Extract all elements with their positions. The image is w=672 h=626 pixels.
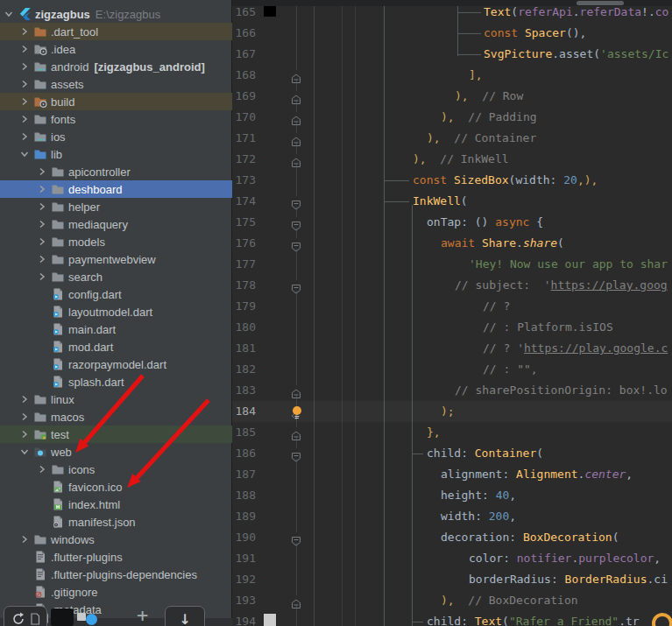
code-line-176[interactable]: 176await Share.share( [232, 233, 672, 254]
chevron-down-icon[interactable] [18, 147, 32, 161]
code-line-193[interactable]: 193), // BoxDecoration [232, 590, 672, 611]
horizontal-scrollbar-thumb[interactable] [577, 1, 624, 5]
code-line-179[interactable]: 179// ? [232, 296, 672, 317]
code-token: ), [441, 110, 455, 123]
code-line-170[interactable]: 170), // Padding [232, 107, 672, 128]
tree-item-models[interactable]: models [0, 233, 232, 250]
chevron-right-icon[interactable] [18, 130, 32, 144]
chevron-right-icon[interactable] [35, 252, 49, 266]
refresh-button[interactable] [4, 606, 47, 626]
chevron-right-icon[interactable] [35, 235, 49, 249]
chevron-right-icon[interactable] [18, 25, 32, 39]
chevron-right-icon[interactable] [18, 77, 32, 91]
orange-ring-icon[interactable] [652, 613, 672, 626]
tree-item-manifest-json[interactable]: manifest.json [0, 513, 232, 531]
tree-item-fonts[interactable]: fonts [0, 110, 232, 128]
tree-item-search[interactable]: search [0, 268, 232, 285]
code-line-166[interactable]: 166const Spacer(), [232, 23, 672, 44]
code-line-167[interactable]: 167SvgPicture.asset('assets/Ic [232, 44, 672, 65]
chevron-down-icon[interactable] [2, 7, 16, 21]
tree-item-zigzagbus[interactable]: zigzagbusE:\zigzagbus [0, 5, 232, 23]
chevron-right-icon[interactable] [35, 270, 49, 284]
tree-item-android[interactable]: android[zigzagbus_android] [0, 58, 232, 75]
tree-item-main-dart[interactable]: main.dart [0, 320, 232, 338]
plus-icon[interactable]: + [137, 604, 148, 626]
tree-item-index-html[interactable]: Hindex.html [0, 496, 232, 513]
tree-item-ios[interactable]: ios [0, 128, 232, 145]
blue-dot-icon[interactable] [86, 614, 97, 625]
tree-item-mediaquery[interactable]: mediaquery [0, 215, 232, 233]
code-line-177[interactable]: 177'Hey! Now use our app to shar [232, 254, 672, 275]
tree-item-label: linux [51, 393, 74, 406]
chevron-right-icon[interactable] [35, 217, 49, 231]
code-line-174[interactable]: 174InkWell( [232, 191, 672, 212]
tree-item-apicontroller[interactable]: apicontroller [0, 163, 232, 180]
code-line-191[interactable]: 191color: notifier.purplecolor, [232, 548, 672, 569]
tree-item-favicon-ico[interactable]: favicon.ico [0, 478, 232, 496]
code-token: SvgPicture [484, 47, 552, 60]
chevron-right-icon[interactable] [18, 95, 32, 109]
chevron-right-icon[interactable] [18, 532, 32, 546]
code-line-171[interactable]: 171), // Container [232, 128, 672, 149]
tree-item--gitignore[interactable]: .gitignore [0, 583, 232, 601]
code-line-187[interactable]: 187alignment: Alignment.center, [232, 464, 672, 485]
code-line-188[interactable]: 188height: 40, [232, 485, 672, 506]
tree-item-layoutmodel-dart[interactable]: layoutmodel.dart [0, 303, 232, 320]
tree-item-label: deshboard [68, 183, 122, 196]
code-line-185[interactable]: 185}, [232, 422, 672, 443]
tree-item-icons[interactable]: icons [0, 461, 232, 478]
tree-item-build[interactable]: build [0, 93, 232, 110]
chevron-right-icon[interactable] [35, 165, 49, 179]
code-line-184[interactable]: 184); [232, 401, 672, 422]
chevron-right-icon[interactable] [35, 462, 49, 476]
tree-item--dart-tool[interactable]: .dart_tool [0, 23, 232, 40]
code-line-190[interactable]: 190decoration: BoxDecoration( [232, 527, 672, 548]
code-line-183[interactable]: 183// sharePositionOrigin: box!.lo [232, 380, 672, 401]
tree-item-config-dart[interactable]: config.dart [0, 285, 232, 303]
code-line-169[interactable]: 169), // Row [232, 86, 672, 107]
chevron-right-icon[interactable] [18, 42, 32, 56]
code-line-181[interactable]: 181// ? 'https://play.google.c [232, 338, 672, 359]
code-line-180[interactable]: 180// : Platform.isIOS [232, 317, 672, 338]
tree-item-razorpaymodel-dart[interactable]: razorpaymodel.dart [0, 355, 232, 373]
code-line-178[interactable]: 178// subject: 'https://play.goog [232, 275, 672, 296]
code-line-182[interactable]: 182// : "", [232, 359, 672, 380]
tree-item--idea[interactable]: .idea [0, 40, 232, 58]
dark-tile[interactable] [51, 608, 74, 626]
code-token: alignment: [441, 468, 516, 481]
code-line-186[interactable]: 186child: Container( [232, 443, 672, 464]
chevron-right-icon[interactable] [18, 427, 32, 441]
tree-item-web[interactable]: web [0, 443, 232, 461]
chevron-right-icon[interactable] [35, 200, 49, 214]
chevron-right-icon[interactable] [18, 60, 32, 74]
tree-item-assets[interactable]: assets [0, 75, 232, 93]
tree-item--flutter-plugins[interactable]: .flutter-plugins [0, 548, 232, 566]
tree-item-deshboard[interactable]: deshboard [0, 180, 232, 198]
code-line-175[interactable]: 175onTap: () async { [232, 212, 672, 233]
tree-item-helper[interactable]: helper [0, 198, 232, 215]
code-token: https://play.goog [551, 278, 668, 292]
code-line-192[interactable]: 192borderRadius: BorderRadius.ci [232, 569, 672, 590]
chevron-right-icon[interactable] [18, 392, 32, 406]
chevron-right-icon[interactable] [18, 410, 32, 424]
download-button[interactable]: ↓ [165, 606, 205, 626]
code-token: await [441, 236, 482, 250]
chevron-down-icon[interactable] [18, 445, 32, 459]
tree-item-linux[interactable]: linux [0, 390, 232, 408]
code-line-168[interactable]: 168], [232, 65, 672, 86]
chevron-right-icon[interactable] [35, 182, 49, 196]
tree-item--flutter-plugins-dependencies[interactable]: .flutter-plugins-dependencies [0, 566, 232, 583]
tree-item-macos[interactable]: macos [0, 408, 232, 426]
code-line-173[interactable]: 173const SizedBox(width: 20,), [232, 170, 672, 191]
tree-item-paymentwebview[interactable]: paymentwebview [0, 250, 232, 268]
tree-item-test[interactable]: test [0, 426, 232, 443]
tree-item-splash-dart[interactable]: splash.dart [0, 373, 232, 390]
tree-item-lib[interactable]: lib [0, 145, 232, 163]
code-editor[interactable]: 165Text(referApi.referData!.co166const S… [232, 0, 672, 626]
tree-item-windows[interactable]: windows [0, 531, 232, 548]
code-line-194[interactable]: 194child: Text("Rafer a Friend".tr [232, 611, 672, 626]
code-line-172[interactable]: 172), // InkWell [232, 149, 672, 170]
tree-item-mod-dart[interactable]: mod.dart [0, 338, 232, 355]
chevron-right-icon[interactable] [18, 112, 32, 126]
code-line-189[interactable]: 189width: 200, [232, 506, 672, 527]
